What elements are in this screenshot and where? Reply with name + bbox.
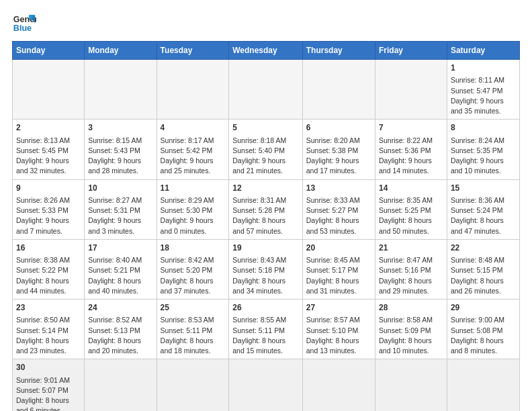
day-info: Sunrise: 8:58 AM Sunset: 5:09 PM Dayligh… xyxy=(379,316,433,355)
calendar-cell: 30Sunrise: 9:01 AM Sunset: 5:07 PM Dayli… xyxy=(13,359,85,411)
calendar-cell xyxy=(229,60,302,120)
calendar-cell: 28Sunrise: 8:58 AM Sunset: 5:09 PM Dayli… xyxy=(375,300,447,359)
calendar-cell xyxy=(375,359,447,411)
calendar-cell: 19Sunrise: 8:43 AM Sunset: 5:18 PM Dayli… xyxy=(229,239,302,299)
day-info: Sunrise: 8:33 AM Sunset: 5:27 PM Dayligh… xyxy=(306,196,360,235)
day-info: Sunrise: 8:29 AM Sunset: 5:30 PM Dayligh… xyxy=(161,196,214,235)
day-number: 17 xyxy=(88,242,152,254)
calendar-cell: 13Sunrise: 8:33 AM Sunset: 5:27 PM Dayli… xyxy=(302,179,375,239)
day-number: 8 xyxy=(451,122,516,134)
calendar-cell: 17Sunrise: 8:40 AM Sunset: 5:21 PM Dayli… xyxy=(85,239,157,299)
day-number: 11 xyxy=(161,183,226,194)
day-info: Sunrise: 8:42 AM Sunset: 5:20 PM Dayligh… xyxy=(161,256,214,295)
calendar-cell: 11Sunrise: 8:29 AM Sunset: 5:30 PM Dayli… xyxy=(157,179,229,239)
calendar-cell: 18Sunrise: 8:42 AM Sunset: 5:20 PM Dayli… xyxy=(157,239,229,299)
day-number: 13 xyxy=(306,183,371,194)
day-number: 20 xyxy=(306,242,371,254)
day-number: 25 xyxy=(161,302,226,314)
calendar-cell xyxy=(447,359,519,411)
day-info: Sunrise: 8:17 AM Sunset: 5:42 PM Dayligh… xyxy=(161,136,214,175)
day-number: 1 xyxy=(451,62,516,74)
day-info: Sunrise: 8:22 AM Sunset: 5:36 PM Dayligh… xyxy=(379,136,433,175)
day-info: Sunrise: 8:18 AM Sunset: 5:40 PM Dayligh… xyxy=(232,136,286,175)
calendar-cell xyxy=(229,359,302,411)
day-info: Sunrise: 8:35 AM Sunset: 5:25 PM Dayligh… xyxy=(379,196,433,235)
calendar-cell: 21Sunrise: 8:47 AM Sunset: 5:16 PM Dayli… xyxy=(375,239,447,299)
header: General Blue xyxy=(12,10,520,34)
calendar-cell xyxy=(13,60,85,120)
day-number: 21 xyxy=(379,242,443,254)
day-number: 3 xyxy=(88,122,152,134)
calendar-cell: 22Sunrise: 8:48 AM Sunset: 5:15 PM Dayli… xyxy=(447,239,519,299)
svg-text:Blue: Blue xyxy=(13,24,32,33)
day-of-week-header: Saturday xyxy=(447,42,519,60)
day-info: Sunrise: 8:20 AM Sunset: 5:38 PM Dayligh… xyxy=(306,136,360,175)
day-number: 28 xyxy=(379,302,443,314)
logo: General Blue xyxy=(12,10,36,34)
day-number: 30 xyxy=(16,362,81,373)
day-info: Sunrise: 8:47 AM Sunset: 5:16 PM Dayligh… xyxy=(379,256,433,295)
calendar-cell: 9Sunrise: 8:26 AM Sunset: 5:33 PM Daylig… xyxy=(13,179,85,239)
calendar-cell xyxy=(375,60,447,120)
day-info: Sunrise: 8:27 AM Sunset: 5:31 PM Dayligh… xyxy=(88,196,142,235)
day-info: Sunrise: 8:48 AM Sunset: 5:15 PM Dayligh… xyxy=(451,256,504,295)
calendar-cell xyxy=(157,359,229,411)
day-number: 23 xyxy=(16,302,81,314)
day-info: Sunrise: 8:50 AM Sunset: 5:14 PM Dayligh… xyxy=(16,316,70,355)
day-number: 26 xyxy=(232,302,298,314)
calendar-cell: 1Sunrise: 8:11 AM Sunset: 5:47 PM Daylig… xyxy=(447,60,519,120)
day-info: Sunrise: 8:13 AM Sunset: 5:45 PM Dayligh… xyxy=(16,136,70,175)
day-number: 22 xyxy=(451,242,516,254)
day-info: Sunrise: 8:52 AM Sunset: 5:13 PM Dayligh… xyxy=(88,316,142,355)
calendar-cell: 24Sunrise: 8:52 AM Sunset: 5:13 PM Dayli… xyxy=(85,300,157,359)
day-number: 7 xyxy=(379,122,443,134)
calendar-cell: 6Sunrise: 8:20 AM Sunset: 5:38 PM Daylig… xyxy=(302,120,375,179)
logo-icon: General Blue xyxy=(12,10,36,34)
day-info: Sunrise: 8:26 AM Sunset: 5:33 PM Dayligh… xyxy=(16,196,70,235)
day-of-week-header: Friday xyxy=(375,42,447,60)
day-info: Sunrise: 8:43 AM Sunset: 5:18 PM Dayligh… xyxy=(232,256,286,295)
day-of-week-header: Tuesday xyxy=(157,42,229,60)
calendar-cell: 12Sunrise: 8:31 AM Sunset: 5:28 PM Dayli… xyxy=(229,179,302,239)
day-number: 15 xyxy=(451,183,516,194)
calendar-cell: 5Sunrise: 8:18 AM Sunset: 5:40 PM Daylig… xyxy=(229,120,302,179)
calendar-cell xyxy=(157,60,229,120)
calendar-cell: 23Sunrise: 8:50 AM Sunset: 5:14 PM Dayli… xyxy=(13,300,85,359)
day-info: Sunrise: 8:24 AM Sunset: 5:35 PM Dayligh… xyxy=(451,136,504,175)
calendar-cell xyxy=(302,359,375,411)
day-number: 5 xyxy=(232,122,298,134)
day-number: 27 xyxy=(306,302,371,314)
day-info: Sunrise: 8:11 AM Sunset: 5:47 PM Dayligh… xyxy=(451,76,504,115)
calendar-cell: 27Sunrise: 8:57 AM Sunset: 5:10 PM Dayli… xyxy=(302,300,375,359)
calendar-cell: 7Sunrise: 8:22 AM Sunset: 5:36 PM Daylig… xyxy=(375,120,447,179)
day-number: 29 xyxy=(451,302,516,314)
calendar-cell: 26Sunrise: 8:55 AM Sunset: 5:11 PM Dayli… xyxy=(229,300,302,359)
day-info: Sunrise: 8:31 AM Sunset: 5:28 PM Dayligh… xyxy=(232,196,286,235)
day-number: 16 xyxy=(16,242,81,254)
calendar-cell xyxy=(302,60,375,120)
calendar-cell: 8Sunrise: 8:24 AM Sunset: 5:35 PM Daylig… xyxy=(447,120,519,179)
day-number: 6 xyxy=(306,122,371,134)
day-of-week-header: Sunday xyxy=(13,42,85,60)
calendar-cell xyxy=(85,359,157,411)
calendar-cell: 29Sunrise: 9:00 AM Sunset: 5:08 PM Dayli… xyxy=(447,300,519,359)
day-of-week-header: Monday xyxy=(85,42,157,60)
day-number: 2 xyxy=(16,122,81,134)
calendar-cell: 10Sunrise: 8:27 AM Sunset: 5:31 PM Dayli… xyxy=(85,179,157,239)
calendar-cell: 20Sunrise: 8:45 AM Sunset: 5:17 PM Dayli… xyxy=(302,239,375,299)
calendar-cell: 4Sunrise: 8:17 AM Sunset: 5:42 PM Daylig… xyxy=(157,120,229,179)
day-info: Sunrise: 9:00 AM Sunset: 5:08 PM Dayligh… xyxy=(451,316,504,355)
calendar-cell: 15Sunrise: 8:36 AM Sunset: 5:24 PM Dayli… xyxy=(447,179,519,239)
day-info: Sunrise: 9:01 AM Sunset: 5:07 PM Dayligh… xyxy=(16,376,70,411)
day-of-week-header: Wednesday xyxy=(229,42,302,60)
day-number: 14 xyxy=(379,183,443,194)
day-number: 9 xyxy=(16,183,81,194)
calendar-cell: 3Sunrise: 8:15 AM Sunset: 5:43 PM Daylig… xyxy=(85,120,157,179)
day-number: 4 xyxy=(161,122,226,134)
calendar-cell: 25Sunrise: 8:53 AM Sunset: 5:11 PM Dayli… xyxy=(157,300,229,359)
day-info: Sunrise: 8:57 AM Sunset: 5:10 PM Dayligh… xyxy=(306,316,360,355)
day-number: 24 xyxy=(88,302,152,314)
day-number: 19 xyxy=(232,242,298,254)
day-info: Sunrise: 8:55 AM Sunset: 5:11 PM Dayligh… xyxy=(232,316,286,355)
day-info: Sunrise: 8:53 AM Sunset: 5:11 PM Dayligh… xyxy=(161,316,214,355)
